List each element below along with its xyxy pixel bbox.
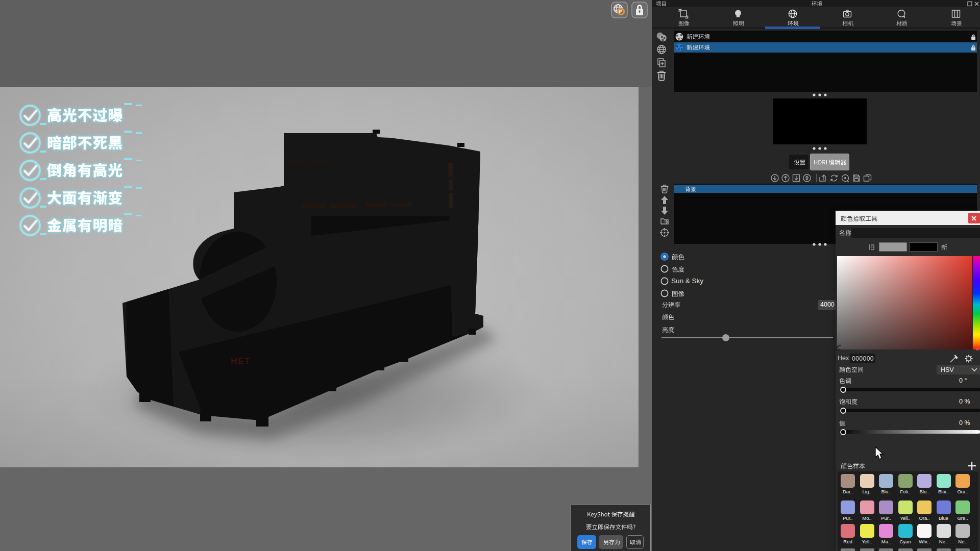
svg-text:HET: HET — [231, 356, 251, 366]
